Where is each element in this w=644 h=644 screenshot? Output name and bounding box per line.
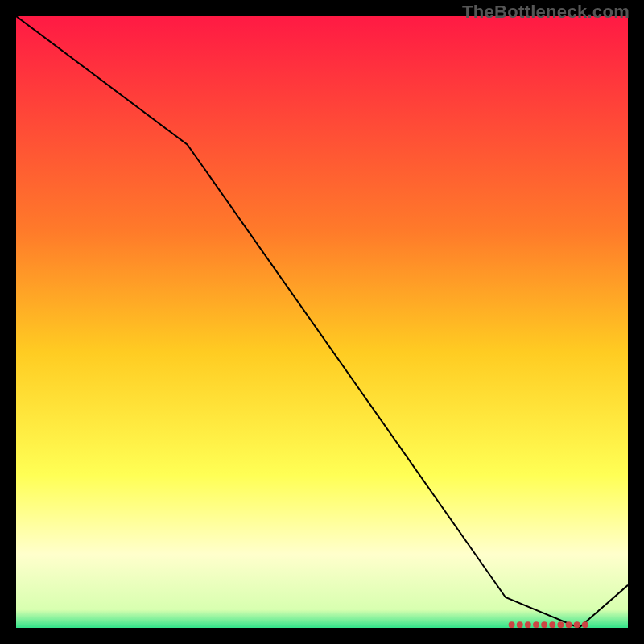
watermark-text: TheBottleneck.com (462, 2, 630, 23)
marker-point (541, 621, 547, 628)
chart-plot (16, 16, 628, 628)
marker-point (557, 621, 564, 628)
marker-point (549, 621, 555, 628)
marker-point (566, 621, 572, 628)
plot-background (16, 16, 628, 628)
marker-point (533, 621, 539, 628)
chart-frame: TheBottleneck.com (0, 0, 644, 644)
marker-point (525, 621, 531, 628)
marker-point (517, 621, 523, 628)
marker-point (582, 621, 588, 628)
marker-point (574, 621, 580, 628)
marker-point (509, 621, 515, 628)
